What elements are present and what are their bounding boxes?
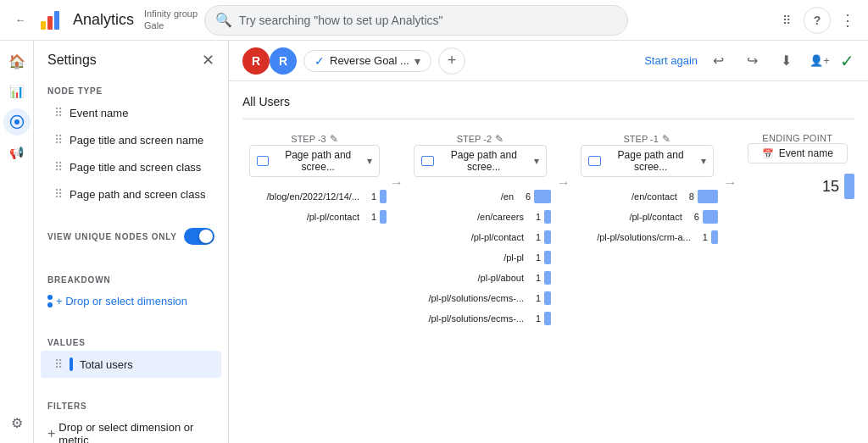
download-button[interactable]: ⬇	[772, 47, 799, 75]
step-1-nodes: /en/contact 8 /pl-pl/contact 6 /pl-pl/so…	[574, 187, 718, 248]
help-button[interactable]: ?	[804, 7, 831, 34]
ending-box-text: Event name	[779, 147, 833, 159]
undo-button[interactable]: ↩	[704, 47, 732, 75]
nav-settings[interactable]: ⚙	[3, 409, 31, 436]
view-unique-row: VIEW UNIQUE NODES ONLY	[34, 221, 228, 252]
node-label-4: Page path and screen class	[70, 188, 205, 201]
s2-node-count-4: 1	[527, 252, 541, 263]
breakdown-row[interactable]: + Drop or select dimension	[34, 288, 228, 314]
step-1-node-1[interactable]: /en/contact 8	[574, 187, 718, 206]
s2-node-text-1: /en	[407, 191, 514, 202]
redo-button[interactable]: ↪	[738, 47, 765, 75]
step-3-node-2[interactable]: /pl-pl/contact 1	[242, 208, 387, 226]
node-type-page-title-screen-name[interactable]: ⠿ Page title and screen name	[41, 126, 221, 153]
node-type-page-title-screen-class[interactable]: ⠿ Page title and screen class	[41, 153, 221, 180]
nav-reports[interactable]: 📊	[3, 78, 31, 105]
step-2-node-4[interactable]: /pl-pl 1	[407, 248, 551, 267]
share-button[interactable]: 👤+	[806, 47, 833, 75]
step-1-node-2[interactable]: /pl-pl/contact 6	[574, 208, 718, 226]
node-count-2: 1	[363, 212, 376, 222]
step-3-column: STEP -3 ✎ Page path and scree... ▾ /blog…	[242, 133, 387, 228]
node-bar-2	[380, 210, 387, 224]
s1-node-count-2: 6	[686, 212, 699, 222]
s1-node-count-3: 1	[694, 232, 708, 242]
step-2-node-6[interactable]: /pl-pl/solutions/ecms-... 1	[407, 289, 551, 307]
left-nav: 🏠 📊 📢 ⚙	[0, 41, 34, 443]
s2-node-text-4: /pl-pl	[407, 252, 524, 263]
s2-node-bar-1	[534, 190, 551, 203]
back-button[interactable]: ←	[7, 7, 34, 34]
breakdown-placeholder: + Drop or select dimension	[56, 295, 187, 307]
close-button[interactable]: ✕	[202, 51, 214, 69]
s1-node-bar-2	[703, 210, 718, 224]
step-3-box-icon	[257, 156, 269, 166]
node-count: 1	[363, 191, 376, 202]
step-2-node-2[interactable]: /en/careers 1	[407, 208, 551, 226]
breakdown-icon	[47, 295, 53, 307]
drag-icon-2: ⠿	[54, 133, 63, 147]
node-label-2: Page title and screen name	[70, 134, 203, 147]
avatar-2: R	[270, 47, 297, 75]
step-2-box-text: Page path and scree...	[437, 149, 531, 173]
start-again-button[interactable]: Start again	[644, 54, 698, 67]
view-unique-toggle[interactable]	[184, 228, 214, 245]
apps-button[interactable]: ⠿	[773, 7, 800, 34]
ending-item: 15	[741, 174, 854, 199]
step-3-edit-icon[interactable]: ✎	[330, 133, 338, 145]
main-content: R R ✓ Reverse Goal ... ▾ + Start again ↩…	[229, 41, 868, 443]
svg-point-1	[14, 119, 19, 125]
step-2-box[interactable]: Page path and scree... ▾	[414, 145, 547, 177]
goal-dropdown[interactable]: ✓ Reverse Goal ... ▾	[303, 50, 431, 72]
search-bar[interactable]: 🔍 Try searching "how to set up Analytics…	[204, 5, 628, 36]
add-segment-button[interactable]: +	[438, 47, 465, 75]
values-item[interactable]: ⠿ Total users	[41, 351, 221, 378]
ending-box[interactable]: 📅 Event name	[748, 143, 848, 163]
s1-node-text-3: /pl-pl/solutions/crm-a...	[574, 232, 691, 242]
s2-node-text-2: /en/careers	[407, 212, 524, 222]
avatar-1: R	[242, 47, 270, 75]
steps-container: STEP -3 ✎ Page path and scree... ▾ /blog…	[242, 133, 854, 329]
step-2-node-7[interactable]: /pl-pl/solutions/ecms-... 1	[407, 309, 551, 328]
step-2-box-icon	[421, 156, 434, 166]
values-item-label: Total users	[80, 358, 133, 371]
ending-count: 15	[822, 178, 839, 196]
step-2-node-3[interactable]: /pl-pl/contact 1	[407, 228, 551, 246]
step-2-edit-icon[interactable]: ✎	[495, 133, 504, 145]
toolbar-right: Start again ↩ ↪ ⬇ 👤+ ✓	[644, 47, 854, 75]
app-title: Analytics	[73, 11, 134, 29]
ending-header: ENDING POINT 📅 Event name	[741, 133, 854, 167]
more-options-button[interactable]: ⋮	[834, 7, 861, 34]
main-layout: 🏠 📊 📢 ⚙ Settings ✕ NODE TYPE ⠿ Event nam…	[0, 41, 868, 443]
step-1-box[interactable]: Page path and scree... ▾	[581, 145, 714, 177]
s1-node-count-1: 8	[681, 191, 694, 202]
s2-node-count-7: 1	[527, 313, 541, 324]
node-type-page-path-screen-class[interactable]: ⠿ Page path and screen class	[41, 180, 221, 208]
node-type-event-name[interactable]: ⠿ Event name	[41, 99, 221, 126]
s2-node-bar-4	[544, 251, 551, 264]
step-2-node-1[interactable]: /en 6	[407, 187, 551, 206]
arrow-1: →	[387, 133, 407, 191]
nav-advertising[interactable]: 📢	[3, 139, 31, 166]
step-1-edit-icon[interactable]: ✎	[662, 133, 670, 145]
logo-bar-3	[54, 11, 59, 30]
node-text-2: /pl-pl/contact	[242, 212, 359, 222]
filters-add[interactable]: + Drop or select dimension or metric	[34, 414, 228, 443]
step-3-box[interactable]: Page path and scree... ▾	[249, 145, 380, 177]
s2-node-count-5: 1	[527, 273, 541, 283]
s1-node-bar-3	[711, 230, 718, 244]
step-2-node-5[interactable]: /pl-pl/about 1	[407, 269, 551, 287]
s2-node-bar-5	[544, 271, 551, 285]
drag-icon-4: ⠿	[54, 187, 63, 201]
s2-node-text-5: /pl-pl/about	[407, 273, 524, 283]
arrow-2: →	[554, 133, 574, 191]
check-circle-icon: ✓	[840, 51, 854, 71]
step-3-node-1[interactable]: /blog/en/2022/12/14/... 1	[242, 187, 387, 206]
nav-home[interactable]: 🏠	[3, 47, 31, 75]
nav-explore[interactable]	[3, 108, 31, 136]
dot-1	[47, 295, 53, 300]
filters-plus-icon: +	[47, 426, 55, 441]
all-users-label: All Users	[242, 95, 854, 108]
step-3-chevron: ▾	[367, 155, 372, 167]
step-1-node-3[interactable]: /pl-pl/solutions/crm-a... 1	[574, 228, 718, 246]
path-divider	[242, 119, 854, 119]
